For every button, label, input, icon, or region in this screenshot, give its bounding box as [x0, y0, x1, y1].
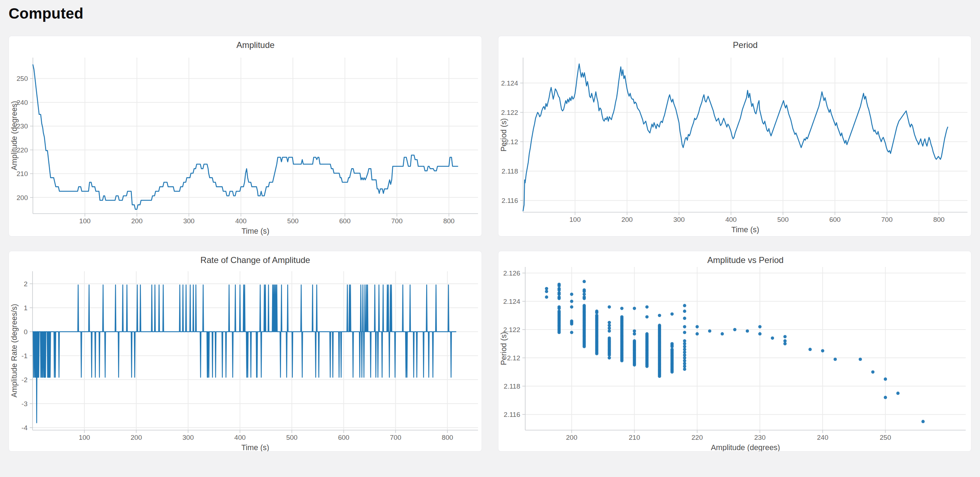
svg-text:240: 240 [817, 434, 829, 441]
svg-text:2.124: 2.124 [501, 80, 518, 87]
svg-text:2.122: 2.122 [501, 109, 518, 116]
svg-text:-2: -2 [21, 376, 27, 384]
amplitude-chart-plot[interactable]: 2002102202302402501002003004005006007008… [9, 36, 482, 236]
svg-text:200: 200 [621, 216, 633, 223]
svg-text:220: 220 [692, 434, 703, 441]
x-axis-title: Time (s) [241, 227, 269, 236]
y-axis-title: Period (s) [500, 118, 508, 152]
axes [30, 271, 478, 433]
svg-text:2.118: 2.118 [502, 168, 518, 175]
y-axis-title: Amplitude (degrees) [10, 101, 19, 170]
svg-text:2.116: 2.116 [502, 197, 518, 204]
rate-of-change-chart-plot[interactable]: -4-3-2-1012100200300400500600700800Time … [9, 251, 482, 451]
gridlines [33, 57, 478, 214]
chart-card-rate-of-change: -4-3-2-1012100200300400500600700800Time … [9, 251, 482, 451]
svg-text:-1: -1 [21, 352, 27, 360]
svg-text:210: 210 [16, 170, 28, 177]
svg-text:200: 200 [16, 194, 28, 201]
svg-text:300: 300 [673, 216, 685, 223]
svg-text:-4: -4 [21, 424, 27, 432]
gridlines [525, 267, 966, 430]
svg-text:200: 200 [566, 434, 578, 441]
svg-text:300: 300 [183, 217, 194, 225]
svg-text:230: 230 [754, 434, 766, 441]
svg-text:2.12: 2.12 [507, 354, 520, 362]
y-axis-title: Amplitude Rate (degrees/s) [10, 304, 19, 397]
svg-text:600: 600 [338, 434, 349, 441]
x-axis-title: Amplitude (degrees) [711, 443, 780, 451]
amplitude-vs-period-scatter-plot[interactable]: 2.1162.1182.122.1222.1242.12620021022023… [498, 251, 971, 451]
chart-card-amplitude: 2002102202302402501002003004005006007008… [9, 36, 482, 236]
chart-card-period: 2.1162.1182.122.1222.1241002003004005006… [498, 36, 971, 236]
svg-text:400: 400 [234, 434, 246, 441]
svg-text:600: 600 [339, 217, 351, 225]
svg-text:700: 700 [881, 216, 893, 223]
svg-text:210: 210 [629, 434, 640, 441]
chart-title: Rate of Change of Amplitude [200, 255, 310, 265]
axes [522, 267, 966, 433]
x-axis-title: Time (s) [731, 225, 759, 234]
svg-text:250: 250 [16, 75, 28, 82]
gridlines [523, 57, 967, 212]
svg-text:100: 100 [79, 434, 90, 441]
chart-title: Amplitude vs Period [707, 255, 783, 265]
svg-text:2.116: 2.116 [504, 411, 520, 418]
svg-text:2: 2 [24, 280, 27, 288]
svg-text:2.118: 2.118 [504, 383, 520, 390]
svg-text:700: 700 [391, 217, 402, 225]
svg-text:100: 100 [80, 217, 91, 225]
svg-text:800: 800 [442, 434, 453, 441]
svg-text:2.126: 2.126 [503, 270, 520, 277]
svg-text:300: 300 [182, 434, 194, 441]
svg-text:200: 200 [130, 434, 142, 441]
svg-text:250: 250 [880, 434, 891, 441]
svg-text:1: 1 [24, 304, 27, 312]
svg-text:400: 400 [725, 216, 737, 223]
period-chart-plot[interactable]: 2.1162.1182.122.1222.1241002003004005006… [498, 36, 971, 236]
svg-text:2.124: 2.124 [503, 298, 520, 305]
svg-text:100: 100 [570, 216, 581, 223]
svg-text:800: 800 [933, 216, 945, 223]
data-line [33, 285, 456, 423]
svg-text:200: 200 [131, 217, 143, 225]
svg-text:600: 600 [829, 216, 840, 223]
svg-text:400: 400 [235, 217, 247, 225]
svg-text:500: 500 [777, 216, 789, 223]
chart-title: Amplitude [236, 40, 275, 50]
svg-text:0: 0 [24, 328, 27, 336]
x-axis-title: Time (s) [241, 443, 269, 451]
y-axis-title: Period (s) [500, 332, 508, 365]
svg-text:500: 500 [286, 434, 298, 441]
svg-text:800: 800 [443, 217, 455, 225]
svg-text:500: 500 [287, 217, 299, 225]
page-title: Computed [9, 5, 83, 22]
data-line [33, 65, 458, 209]
axes [30, 57, 478, 217]
svg-text:700: 700 [390, 434, 401, 441]
data-line [523, 64, 948, 211]
svg-text:-3: -3 [21, 400, 27, 408]
chart-card-amplitude-vs-period: 2.1162.1182.122.1222.1242.12620021022023… [498, 251, 971, 451]
chart-title: Period [733, 40, 757, 50]
